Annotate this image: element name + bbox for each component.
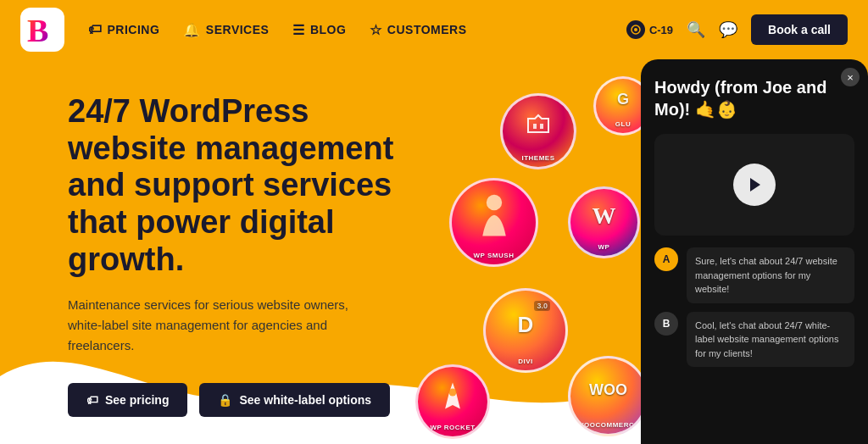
see-whitelabel-button[interactable]: 🔒 See white-label options [199,383,390,417]
divi-circle[interactable]: D 3.0 DIVI [483,288,568,373]
play-button[interactable] [733,164,776,206]
book-call-button[interactable]: Book a call [751,14,848,45]
wordpress-circle[interactable]: W WP [568,186,640,258]
lock-icon-btn: 🔒 [218,393,232,407]
avatar-b: B [654,312,678,336]
main-content: 24/7 WordPress website management and su… [0,59,868,444]
nav-services[interactable]: 🔔 SERVICES [183,22,269,38]
ithemes-circle[interactable]: ITHEMES [500,93,576,169]
svg-point-4 [486,194,501,209]
svg-marker-6 [750,178,760,191]
nav-customers[interactable]: ☆ CUSTOMERS [370,22,466,38]
nav-blog[interactable]: ☰ BLOG [292,22,346,38]
svg-text:B: B [27,13,48,48]
message-button[interactable]: 💬 [719,20,737,39]
bubble-b: Cool, let's chat about 24/7 white-label … [687,312,854,368]
wp-label: WP [598,243,610,256]
c19-badge: C-19 [626,20,673,39]
chat-message-b: B Cool, let's chat about 24/7 white-labe… [654,312,854,368]
video-area [654,134,854,236]
divi-label: DIVI [518,358,533,370]
partner-circles: ITHEMES G GLU WP SMUSH W WP D 3.0 DIVI [407,68,678,441]
bubble-a: Sure, let's chat about 24/7 website mana… [687,247,854,303]
header-right: C-19 🔍 💬 Book a call [626,14,848,45]
wprocket-label: WP ROCKET [430,424,475,436]
menu-icon: ☰ [292,22,305,38]
phone-greeting: Howdy (from Joe and Mo)! 🤙👶 [654,76,854,120]
nav-pricing[interactable]: 🏷 PRICING [88,22,159,37]
phone-header: Howdy (from Joe and Mo)! 🤙👶 [641,59,868,134]
hero-subtitle: Maintenance services for serious website… [68,295,373,356]
chat-widget: × Howdy (from Joe and Mo)! 🤙👶 A Sure, le… [641,59,868,444]
woo-label: WOOCOMMERCE [577,421,639,434]
svg-point-3 [634,28,637,31]
tag-icon: 🏷 [88,22,103,37]
search-button[interactable]: 🔍 [687,20,705,39]
main-nav: 🏷 PRICING 🔔 SERVICES ☰ BLOG ☆ CUSTOMERS [88,22,626,38]
ithemes-label: ITHEMES [521,154,554,167]
see-pricing-button[interactable]: 🏷 See pricing [68,383,187,417]
bell-icon: 🔔 [183,22,201,38]
wprocket-circle[interactable]: WP ROCKET [415,364,490,439]
chat-message-a: A Sure, let's chat about 24/7 website ma… [654,247,854,303]
logo[interactable]: B [20,8,64,52]
star-icon: ☆ [370,22,382,38]
c19-icon [626,20,645,39]
hero-section: 24/7 WordPress website management and su… [0,59,449,444]
tag-icon-btn: 🏷 [86,393,98,407]
hero-buttons: 🏷 See pricing 🔒 See white-label options [68,383,415,417]
wpsmush-label: WP SMUSH [474,252,515,264]
glu-label: GLU [615,120,631,133]
woocommerce-circle[interactable]: WOO WOOCOMMERCE [568,356,648,436]
svg-point-5 [449,388,457,396]
header: B 🏷 PRICING 🔔 SERVICES ☰ BLOG ☆ CUSTOMER… [0,0,868,59]
wpsmush-circle[interactable]: WP SMUSH [449,178,538,267]
avatar-a: A [654,247,678,271]
chat-messages: A Sure, let's chat about 24/7 website ma… [641,236,868,379]
close-widget-button[interactable]: × [841,68,860,86]
hero-title: 24/7 WordPress website management and su… [68,93,415,278]
